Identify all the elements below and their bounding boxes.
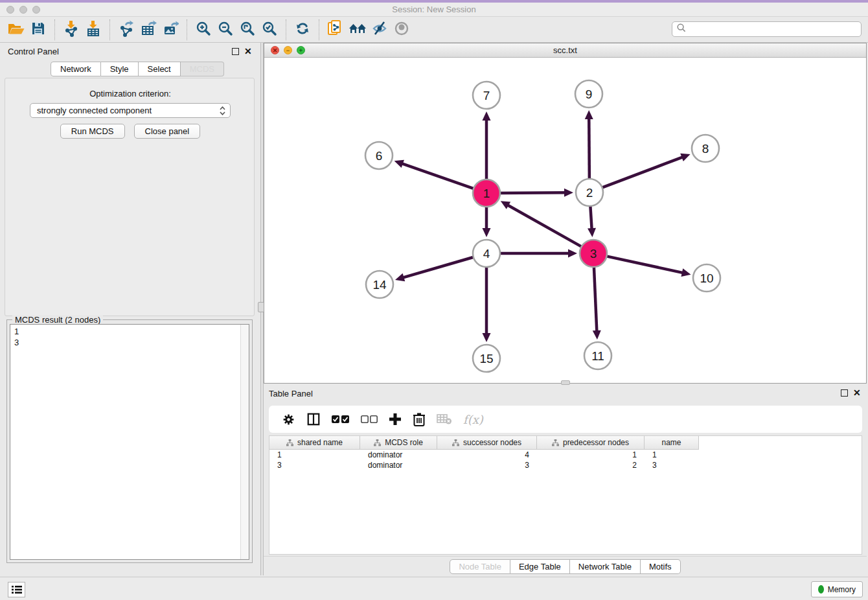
graph-node-label: 15 (479, 352, 493, 365)
toolbar-separator (286, 19, 286, 40)
graph-node-label: 4 (483, 247, 490, 260)
tab-node-table[interactable]: Node Table (450, 559, 510, 574)
node-table[interactable]: shared nameMCDS rolesuccessor nodesprede… (269, 435, 862, 555)
import-table-button[interactable] (82, 19, 104, 41)
memory-label: Memory (828, 585, 856, 594)
result-line: 1 (14, 326, 245, 337)
table-panel-tabs: Node TableEdge TableNetwork TableMotifs (264, 559, 867, 574)
save-session-button[interactable] (27, 19, 49, 41)
hide-details-button[interactable] (369, 19, 391, 41)
column-header-label: predecessor nodes (563, 438, 629, 447)
table-row[interactable]: 1dominator411 (269, 450, 862, 460)
zoom-out-button[interactable] (214, 19, 236, 41)
tab-mcds[interactable]: MCDS (181, 62, 224, 76)
table-row[interactable]: 3dominator323 (269, 460, 862, 470)
table-cell[interactable]: dominator (360, 460, 437, 470)
graph-edge-4-14[interactable] (402, 257, 476, 278)
table-panel-title: Table Panel (269, 389, 313, 398)
import-network-button[interactable] (60, 19, 82, 41)
run-mcds-button[interactable]: Run MCDS (60, 124, 125, 139)
zoom-in-button[interactable] (192, 19, 214, 41)
refresh-layout-button[interactable] (291, 19, 314, 41)
graph-edge-1-6[interactable] (401, 163, 476, 190)
network-resize-handle[interactable] (561, 380, 570, 385)
criterion-value: strongly connected component (37, 106, 152, 115)
open-session-button[interactable] (5, 19, 27, 41)
column-header-MCDS-role[interactable]: MCDS role (360, 436, 437, 450)
table-cell[interactable]: 2 (537, 460, 645, 470)
table-cell[interactable]: 3 (437, 460, 537, 470)
optimization-criterion-label: Optimization criterion: (5, 89, 255, 98)
zoom-selected-icon (261, 20, 278, 40)
graph-edge-3-10[interactable] (604, 256, 684, 273)
mcds-result-box[interactable]: 13 (10, 324, 249, 560)
table-cell[interactable]: 3 (269, 460, 360, 470)
add-column-icon[interactable] (389, 413, 402, 426)
show-details-button[interactable] (391, 19, 413, 41)
graph-edge-2-9[interactable] (589, 117, 589, 181)
folder-open-icon (7, 21, 25, 39)
graph-edge-3-11[interactable] (594, 264, 597, 332)
tab-style[interactable]: Style (101, 62, 139, 76)
column-header-label: shared name (297, 438, 343, 447)
hide-graphics-icon (371, 20, 388, 40)
column-header-successor-nodes[interactable]: successor nodes (437, 436, 537, 450)
graph-edge-2-3[interactable] (590, 203, 592, 230)
control-panel-window-buttons: ✕ (232, 48, 252, 55)
graph-node-label: 7 (483, 89, 490, 102)
select-all-checks-icon[interactable] (332, 415, 350, 424)
mcds-result-title: MCDS result (2 nodes) (12, 315, 103, 325)
tab-network-table[interactable]: Network Table (570, 559, 641, 574)
zoom-fit-button[interactable] (236, 19, 258, 41)
column-header-shared-name[interactable]: shared name (269, 436, 360, 450)
column-header-name[interactable]: name (645, 436, 699, 450)
tab-edge-table[interactable]: Edge Table (510, 559, 570, 574)
graph-edge-2-8[interactable] (600, 157, 683, 189)
search-input[interactable] (687, 24, 857, 34)
export-network-button[interactable] (115, 19, 137, 41)
table-cell[interactable]: 1 (269, 450, 360, 460)
close-panel-button[interactable]: Close panel (134, 124, 201, 139)
table-cell[interactable]: 4 (437, 450, 537, 460)
toolbar-separator (109, 19, 110, 40)
float-table-panel-icon[interactable] (841, 389, 848, 397)
search-box[interactable] (672, 21, 862, 37)
network-window-titlebar[interactable]: ✕ − + scc.txt (264, 43, 866, 58)
delete-column-icon[interactable] (413, 412, 426, 426)
zoom-selected-button[interactable] (258, 19, 280, 41)
network-graph[interactable]: 1234678910111415 (264, 58, 866, 383)
new-network-from-selection-button[interactable] (325, 19, 347, 41)
copy-network-icon (326, 19, 345, 40)
table-cell[interactable]: 3 (645, 460, 699, 470)
zoom-out-icon (217, 20, 234, 40)
column-header-predecessor-nodes[interactable]: predecessor nodes (537, 436, 645, 450)
deselect-checks-icon[interactable] (361, 415, 378, 424)
task-history-button[interactable] (8, 582, 25, 597)
tab-select[interactable]: Select (139, 62, 181, 76)
criterion-select[interactable]: strongly connected component (30, 103, 231, 118)
first-neighbors-button[interactable] (347, 19, 369, 41)
network-canvas[interactable]: 1234678910111415 (264, 58, 866, 383)
graph-edge-1-2[interactable] (497, 192, 566, 193)
tab-network[interactable]: Network (51, 62, 101, 76)
column-chooser-icon[interactable] (306, 412, 321, 426)
export-table-button[interactable] (137, 19, 159, 41)
zoom-fit-icon (239, 20, 256, 40)
settings-gear-icon[interactable] (282, 413, 295, 426)
float-panel-icon[interactable] (232, 48, 239, 55)
close-table-panel-icon[interactable]: ✕ (853, 389, 861, 397)
table-panel-divider (264, 556, 867, 557)
network-window-title: scc.txt (264, 45, 866, 55)
table-cell[interactable]: dominator (360, 450, 437, 460)
houses-icon (348, 21, 367, 39)
tab-motifs[interactable]: Motifs (641, 559, 681, 574)
export-image-button[interactable] (159, 19, 181, 41)
graph-edge-3-1[interactable] (507, 205, 584, 248)
graph-edge-arrowhead (483, 111, 491, 121)
table-cell[interactable]: 1 (645, 450, 699, 460)
table-cell[interactable]: 1 (537, 450, 645, 460)
close-panel-icon[interactable]: ✕ (244, 48, 252, 55)
memory-button[interactable]: Memory (811, 581, 863, 597)
result-scrollbar[interactable] (240, 325, 249, 559)
window-title: Session: New Session (0, 5, 868, 14)
